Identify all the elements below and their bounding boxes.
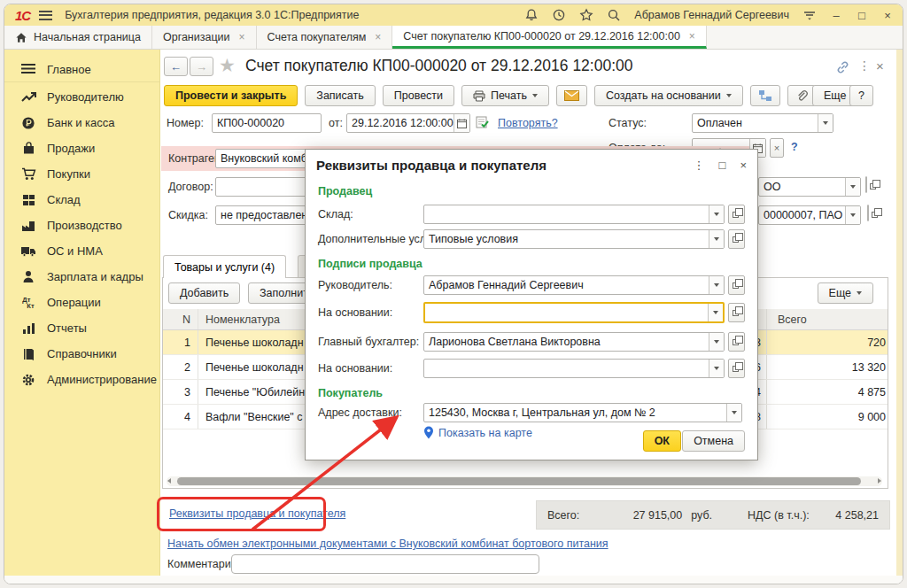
close-window-button[interactable]: ×	[881, 9, 894, 22]
comment-field[interactable]	[231, 554, 539, 574]
dropdown-button[interactable]	[845, 178, 860, 196]
schedule-check-icon[interactable]	[476, 115, 490, 129]
dialog-maximize-icon[interactable]: □	[719, 159, 726, 172]
close-form-icon[interactable]: ×	[876, 58, 884, 74]
form-scrollbar[interactable]	[896, 50, 903, 576]
scroll-right-icon[interactable]	[878, 478, 881, 484]
warehouse-field[interactable]	[423, 205, 725, 224]
tab-close-icon[interactable]: ×	[689, 30, 695, 43]
dialog-close-icon[interactable]: ×	[740, 159, 747, 172]
tab-current-invoice[interactable]: Счет покупателю КП00-000020 от 29.12.201…	[392, 26, 707, 49]
sidebar-item-warehouse[interactable]: Склад	[4, 187, 159, 213]
maximize-button[interactable]: □	[856, 9, 868, 22]
service-menu-icon[interactable]	[802, 8, 817, 22]
horizontal-scrollbar[interactable]	[167, 476, 882, 486]
open-organization-button[interactable]	[865, 176, 867, 193]
open-conditions-button[interactable]	[728, 229, 745, 249]
basis1-field-focused[interactable]	[423, 302, 725, 323]
table-more-button[interactable]: Еще	[818, 282, 873, 304]
favorite-star-icon[interactable]: ★	[219, 55, 236, 76]
tab-organizations[interactable]: Организации ×	[152, 26, 257, 49]
open-warehouse-button[interactable]	[728, 205, 745, 224]
calendar-button[interactable]	[454, 114, 469, 132]
organization-field[interactable]: ОО	[758, 177, 861, 197]
basis2-field[interactable]	[423, 359, 725, 378]
dropdown-button[interactable]	[709, 205, 724, 223]
head-field[interactable]: Абрамов Геннадий Сергеевич	[423, 275, 725, 295]
dropdown-button[interactable]	[726, 404, 741, 422]
dropdown-button[interactable]	[845, 206, 860, 224]
requisites-link[interactable]: Реквизиты продавца и покупателя	[169, 507, 345, 520]
sidebar-item-fixed-assets[interactable]: ОС и НМА	[4, 238, 159, 264]
clear-button[interactable]: ×	[770, 138, 784, 158]
open-basis2-button[interactable]	[728, 359, 745, 378]
open-basis1-button[interactable]	[728, 303, 745, 322]
add-row-button[interactable]: Добавить	[168, 282, 240, 304]
sidebar-item-administration[interactable]: Администрирование	[4, 367, 159, 392]
current-user[interactable]: Абрамов Геннадий Сергеевич	[634, 9, 789, 21]
sidebar-item-production[interactable]: Производство	[4, 213, 159, 238]
back-button[interactable]: ←	[164, 57, 188, 76]
sidebar-item-main[interactable]: Главное	[4, 57, 159, 82]
sidebar-item-bank-cash[interactable]: Банк и касса	[4, 110, 159, 135]
sidebar-item-directories[interactable]: Справочники	[4, 341, 159, 367]
status-select[interactable]: Оплачен	[692, 113, 833, 133]
attachments-button[interactable]	[787, 85, 816, 106]
get-link-icon[interactable]	[835, 60, 850, 74]
post-button[interactable]: Провести	[383, 85, 454, 106]
main-menu-icon[interactable]	[39, 11, 52, 20]
dropdown-button[interactable]	[818, 114, 833, 132]
show-on-map-link[interactable]: Показать на карте	[438, 427, 532, 439]
dropdown-button[interactable]	[709, 276, 724, 294]
dropdown-button[interactable]	[709, 230, 724, 248]
column-total[interactable]: Всего	[767, 309, 888, 329]
forward-button[interactable]: →	[190, 57, 213, 76]
open-head-button[interactable]	[728, 275, 745, 295]
print-button[interactable]: Печать	[461, 85, 549, 106]
open-bank-account-button[interactable]	[867, 205, 869, 221]
sidebar-item-operations[interactable]: ДтКтОперации	[4, 290, 159, 315]
post-and-close-button[interactable]: Провести и закрыть	[164, 85, 298, 106]
sidebar-item-manager[interactable]: Руководителю	[4, 84, 159, 110]
pay-until-help[interactable]: ?	[791, 141, 798, 153]
column-n[interactable]: N	[163, 309, 198, 329]
repeat-link[interactable]: Повторять?	[498, 117, 558, 129]
sidebar-item-reports[interactable]: Отчеты	[4, 315, 159, 341]
bank-account-field[interactable]: 00000007, ПАО СБ	[758, 205, 861, 225]
person-icon	[20, 270, 36, 284]
help-button[interactable]: ?	[849, 85, 873, 106]
dropdown-button[interactable]	[709, 333, 724, 351]
sidebar-item-sales[interactable]: Продажи	[4, 135, 159, 161]
minimize-button[interactable]: –	[830, 9, 842, 22]
tab-home[interactable]: Начальная страница	[4, 26, 152, 49]
sidebar-item-purchases[interactable]: Покупки	[4, 161, 159, 187]
search-icon[interactable]	[607, 8, 621, 22]
tab-customer-invoices[interactable]: Счета покупателям ×	[257, 26, 393, 49]
history-icon[interactable]	[552, 8, 566, 22]
dialog-more-vert-icon[interactable]: ⋮	[694, 159, 705, 172]
scroll-left-icon[interactable]	[167, 478, 171, 484]
scrollbar-thumb[interactable]	[177, 477, 861, 485]
more-vert-icon[interactable]: ⋮	[858, 58, 871, 73]
notifications-bell-icon[interactable]	[524, 8, 539, 22]
sidebar-item-payroll-hr[interactable]: Зарплата и кадры	[4, 264, 159, 290]
date-field[interactable]: 29.12.2016 12:00:00	[346, 113, 470, 133]
tab-goods-services[interactable]: Товары и услуги (4)	[163, 255, 286, 278]
create-based-on-button[interactable]: Создать на основании	[594, 85, 743, 106]
tab-close-icon[interactable]: ×	[239, 31, 245, 43]
favorites-star-icon[interactable]	[579, 8, 593, 22]
save-button[interactable]: Записать	[305, 85, 375, 106]
accountant-field[interactable]: Ларионова Светлана Викторовна	[423, 332, 725, 352]
ok-button[interactable]: ОК	[643, 430, 681, 452]
document-structure-button[interactable]	[750, 85, 780, 106]
edi-exchange-link[interactable]: Начать обмен электронными документами с …	[167, 538, 609, 550]
conditions-field[interactable]: Типовые условия	[423, 229, 725, 249]
tab-close-icon[interactable]: ×	[375, 31, 381, 43]
dropdown-button[interactable]	[708, 304, 723, 321]
dropdown-button[interactable]	[709, 360, 724, 377]
delivery-address-field[interactable]: 125430, Москва г, Центральная ул, дом № …	[423, 403, 742, 422]
open-accountant-button[interactable]	[728, 332, 745, 352]
number-field[interactable]: КП00-000020	[212, 113, 322, 133]
send-email-button[interactable]	[556, 85, 587, 106]
cancel-button[interactable]: Отмена	[682, 430, 745, 452]
